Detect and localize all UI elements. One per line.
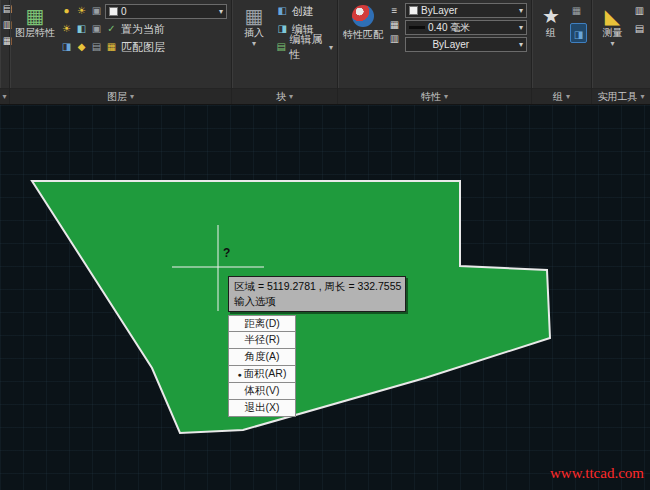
transparency-icon[interactable]: ▥ bbox=[388, 33, 401, 45]
menu-item-label: 半径(R) bbox=[244, 333, 280, 347]
edit-attributes-icon: ▤ bbox=[276, 41, 287, 53]
layer-combo[interactable]: 0 bbox=[105, 4, 227, 19]
panel-title-group-label: 组 bbox=[553, 90, 563, 104]
measure-tooltip: 区域 = 5119.2781 , 周长 = 332.7555 输入选项 bbox=[228, 276, 406, 312]
create-block-icon: ◧ bbox=[276, 5, 289, 17]
panel-title-utilities-label: 实用工具 bbox=[597, 90, 637, 104]
group-edit-icon: ◨ bbox=[572, 29, 585, 41]
insert-label: 插入 bbox=[244, 27, 264, 39]
panel-title-utilities[interactable]: 实用工具 bbox=[592, 88, 650, 104]
lineweight-value: 0.40 毫米 bbox=[428, 21, 470, 35]
match-properties-label: 特性匹配 bbox=[343, 29, 383, 41]
lightbulb-icon[interactable]: ● bbox=[60, 5, 73, 17]
object-color-swatch bbox=[409, 6, 418, 15]
menu-item-exit[interactable]: 退出(X) bbox=[228, 400, 296, 417]
edit-block-icon: ◨ bbox=[276, 23, 289, 35]
measure-button[interactable]: ◣ 测量 bbox=[596, 3, 629, 85]
chevron-down-icon: ▾ bbox=[329, 43, 333, 52]
menu-item-radius[interactable]: 半径(R) bbox=[228, 332, 296, 349]
panel-title-layer-label: 图层 bbox=[107, 90, 127, 104]
watermark: www.ttcad.com bbox=[550, 465, 644, 482]
cursor-question-badge: ? bbox=[223, 246, 230, 260]
sun-icon[interactable]: ☀ bbox=[75, 5, 88, 17]
layer-properties-icon: ▦ bbox=[26, 5, 45, 27]
ribbon-panel-properties: 特性匹配 ≡ ▦ ▥ ByLayer 0.40 毫米 By bbox=[338, 0, 532, 104]
lineweight-icon bbox=[409, 26, 425, 29]
set-current-button[interactable]: ✓ 置为当前 bbox=[105, 21, 165, 37]
layer-properties-button[interactable]: ▦ 图层特性 bbox=[14, 3, 56, 85]
chevron-down-icon bbox=[519, 23, 523, 32]
edit-attributes-label: 编辑属性 bbox=[290, 32, 326, 62]
match-properties-button[interactable]: 特性匹配 bbox=[342, 3, 384, 85]
match-layer-label: 匹配图层 bbox=[121, 40, 165, 55]
properties-sphere-icon bbox=[352, 5, 374, 27]
properties-grid-icon[interactable]: ▦ bbox=[388, 19, 401, 31]
panel-title-block-label: 块 bbox=[276, 90, 286, 104]
set-current-label: 置为当前 bbox=[121, 22, 165, 37]
insert-block-button[interactable]: ▦ 插入 bbox=[236, 3, 272, 85]
group-button[interactable]: ★ 组 bbox=[536, 3, 566, 85]
linetype-value: ByLayer bbox=[432, 39, 469, 50]
menu-item-label: 距离(D) bbox=[244, 317, 280, 331]
ungroup-icon[interactable]: ▦ bbox=[570, 5, 583, 17]
lock-layer-icon[interactable]: ▣ bbox=[90, 23, 103, 35]
chevron-down-icon bbox=[519, 40, 523, 49]
ribbon-panel-block: ▦ 插入 ◧ 创建 ◨ 编辑 ▤ 编辑属性 ▾ 块 bbox=[232, 0, 338, 104]
group-label: 组 bbox=[546, 27, 556, 39]
selected-bullet-icon: ● bbox=[238, 371, 242, 378]
menu-item-label: 退出(X) bbox=[245, 401, 280, 415]
menu-item-label: 角度(A) bbox=[245, 350, 280, 364]
menu-item-volume[interactable]: 体积(V) bbox=[228, 383, 296, 400]
menu-item-distance[interactable]: 距离(D) bbox=[228, 315, 296, 332]
group-star-icon: ★ bbox=[542, 5, 560, 27]
lock-icon[interactable]: ▣ bbox=[90, 5, 103, 17]
create-label: 创建 bbox=[292, 4, 314, 19]
id-point-icon[interactable]: ▤ bbox=[633, 23, 646, 35]
panel-title-layer[interactable]: 图层 bbox=[10, 88, 231, 104]
menu-item-area[interactable]: ● 面积(AR) bbox=[228, 366, 296, 383]
chevron-down-icon bbox=[219, 7, 223, 16]
measure-label: 测量 bbox=[603, 27, 623, 39]
edit-attributes-button[interactable]: ▤ 编辑属性 ▾ bbox=[276, 39, 333, 55]
menu-item-label: 体积(V) bbox=[245, 384, 280, 398]
match-layer-icon: ▦ bbox=[105, 41, 118, 53]
isolate-icon[interactable]: ◆ bbox=[75, 41, 88, 53]
unisolate-icon[interactable]: ▤ bbox=[90, 41, 103, 53]
group-edit-button[interactable]: ◨ bbox=[570, 23, 587, 43]
object-color-value: ByLayer bbox=[421, 5, 458, 16]
linetype-dropdown[interactable]: ByLayer bbox=[405, 37, 527, 52]
menu-item-label: 面积(AR) bbox=[244, 367, 287, 381]
menu-item-angle[interactable]: 角度(A) bbox=[228, 349, 296, 366]
tooltip-prompt: 输入选项 bbox=[234, 294, 400, 309]
context-menu: 距离(D) 半径(R) 角度(A) ● 面积(AR) 体积(V) 退出(X) bbox=[228, 315, 296, 417]
layer-walk-icon[interactable]: ◨ bbox=[60, 41, 73, 53]
object-color-dropdown[interactable]: ByLayer bbox=[405, 3, 527, 18]
insert-block-icon: ▦ bbox=[244, 5, 263, 27]
panel-title-group[interactable]: 组 bbox=[532, 88, 591, 104]
panel-title-properties[interactable]: 特性 bbox=[338, 88, 531, 104]
chevron-down-icon bbox=[519, 6, 523, 15]
ribbon-panel-layer: ▦ 图层特性 ● ☀ ▣ 0 ☀ ◧ ▣ bbox=[10, 0, 232, 104]
tooltip-area-perimeter: 区域 = 5119.2781 , 周长 = 332.7555 bbox=[234, 279, 400, 294]
ribbon-panel-utilities: ◣ 测量 ▥ ▤ 实用工具 bbox=[592, 0, 650, 104]
layer-combo-value: 0 bbox=[121, 6, 127, 17]
panel-title-properties-label: 特性 bbox=[421, 90, 441, 104]
match-layer-button[interactable]: ▦ 匹配图层 bbox=[105, 39, 165, 55]
create-block-button[interactable]: ◧ 创建 bbox=[276, 3, 333, 19]
lineweight-dropdown[interactable]: 0.40 毫米 bbox=[405, 20, 527, 35]
ribbon-panel-clipped: ▤ ▥ ▦ bbox=[0, 0, 10, 104]
ribbon: ▤ ▥ ▦ ▦ 图层特性 ● ☀ ▣ 0 bbox=[0, 0, 650, 105]
freeze-icon[interactable]: ◧ bbox=[75, 23, 88, 35]
properties-list-icon[interactable]: ≡ bbox=[388, 5, 401, 17]
layer-color-swatch bbox=[109, 7, 118, 16]
check-icon: ✓ bbox=[105, 23, 118, 35]
drawing-canvas[interactable]: ? 区域 = 5119.2781 , 周长 = 332.7555 输入选项 距离… bbox=[0, 105, 650, 490]
measure-icon: ◣ bbox=[605, 5, 620, 27]
panel-title-block[interactable]: 块 bbox=[232, 88, 337, 104]
ribbon-panel-group: ★ 组 ▦ ◨ 组 bbox=[532, 0, 592, 104]
sun-icon[interactable]: ☀ bbox=[60, 23, 73, 35]
layer-properties-label: 图层特性 bbox=[15, 27, 55, 39]
quick-calc-icon[interactable]: ▥ bbox=[633, 5, 646, 17]
